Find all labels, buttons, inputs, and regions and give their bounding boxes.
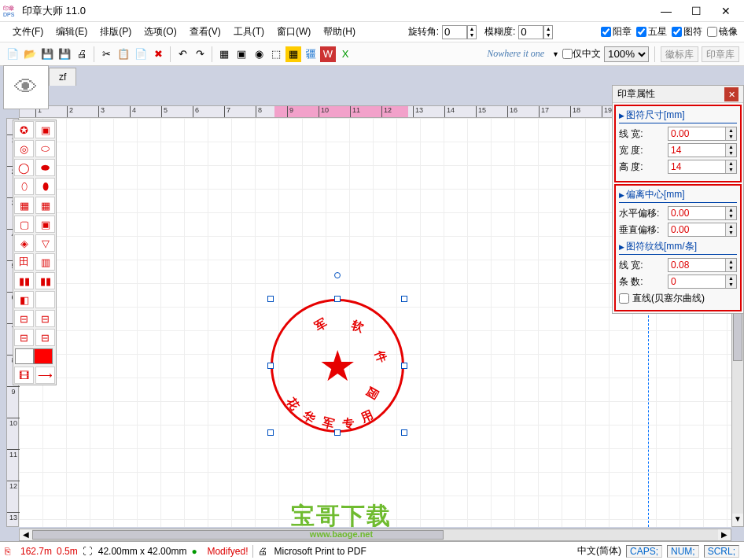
delete-icon[interactable]: ✖ <box>150 46 166 62</box>
linew-up[interactable]: ▲ <box>726 127 736 134</box>
hscroll-left-icon[interactable]: ◀ <box>20 529 32 540</box>
palette-rect-icon[interactable]: ▢ <box>14 216 34 233</box>
palette-empty-icon[interactable] <box>35 291 55 308</box>
palette-square-icon[interactable]: ▣ <box>35 121 55 138</box>
bezier-check[interactable]: 直线(贝塞尔曲线) <box>619 292 737 305</box>
width-up[interactable]: ▲ <box>726 144 736 150</box>
check-symbol[interactable]: 图符 <box>672 25 702 39</box>
palette-oval3-icon[interactable]: ⬬ <box>35 159 55 176</box>
undo-icon[interactable]: ↶ <box>175 46 190 62</box>
palette-oval2-icon[interactable]: ⬭ <box>35 140 55 157</box>
saveas-icon[interactable]: 💾 <box>57 46 72 62</box>
tool4-icon[interactable]: ⬚ <box>268 46 284 62</box>
palette-h4-icon[interactable]: ⊟ <box>35 329 55 346</box>
blur-down[interactable]: ▼ <box>544 32 552 39</box>
hscroll-right-icon[interactable]: ▶ <box>718 529 731 540</box>
palette-bars2-icon[interactable]: ▮▮ <box>35 272 55 289</box>
minimize-button[interactable]: — <box>651 1 681 21</box>
check-yang[interactable]: 阳章 <box>601 25 632 39</box>
palette-tian-icon[interactable]: 田 <box>14 253 34 271</box>
tool2-icon[interactable]: ▣ <box>234 46 249 62</box>
fit-icon[interactable]: ⛶ <box>83 546 94 557</box>
palette-film-icon[interactable]: 🎞 <box>14 367 34 384</box>
menu-view[interactable]: 查看(V) <box>183 23 227 41</box>
handle-se[interactable] <box>401 429 407 436</box>
handle-rot[interactable] <box>334 272 341 278</box>
save-icon[interactable]: 💾 <box>39 46 55 62</box>
palette-half-icon[interactable]: ◧ <box>14 291 34 308</box>
voff-down[interactable]: ▼ <box>726 230 736 236</box>
palette-arrow-icon[interactable]: ⟶ <box>35 367 55 384</box>
eye-preview-icon[interactable]: 👁 <box>3 65 49 109</box>
handle-w[interactable] <box>267 363 274 369</box>
new-icon[interactable]: 📄 <box>5 46 20 62</box>
plinew-down[interactable]: ▼ <box>726 265 736 271</box>
voff-up[interactable]: ▲ <box>726 223 736 230</box>
document-tab[interactable]: zf <box>49 68 76 86</box>
palette-circle-star-icon[interactable]: ✪ <box>14 121 34 138</box>
palette-h3-icon[interactable]: ⊟ <box>14 329 34 346</box>
plinew-input[interactable] <box>668 259 725 271</box>
handle-s[interactable] <box>334 429 341 436</box>
palette-grid2-icon[interactable]: ▦ <box>35 197 55 214</box>
menu-edit[interactable]: 编辑(E) <box>50 23 94 41</box>
redo-icon[interactable]: ↷ <box>192 46 208 62</box>
voff-input[interactable] <box>668 223 725 236</box>
menu-tools[interactable]: 工具(T) <box>227 23 271 41</box>
seal-object[interactable]: ★ 军 软 件 园 华 军 专 用 花 <box>271 299 404 433</box>
paste-icon[interactable]: 📄 <box>133 46 149 62</box>
copy-icon[interactable]: 📋 <box>116 46 131 62</box>
menu-options[interactable]: 选项(O) <box>138 23 182 41</box>
icon-library-button[interactable]: 徽标库 <box>661 46 698 62</box>
color-white-swatch[interactable] <box>15 348 34 364</box>
cut-icon[interactable]: ✂ <box>98 46 114 62</box>
blur-input[interactable] <box>518 25 543 39</box>
handle-nw[interactable] <box>267 296 274 302</box>
palette-h1-icon[interactable]: ⊟ <box>14 310 34 327</box>
hoff-up[interactable]: ▲ <box>726 207 736 213</box>
plinew-up[interactable]: ▲ <box>726 259 736 265</box>
palette-dcircle-icon[interactable]: ◎ <box>14 140 34 157</box>
tool6-icon[interactable]: 疆 <box>303 46 319 62</box>
rotate-up[interactable]: ▲ <box>468 26 476 32</box>
hoff-input[interactable] <box>668 207 725 219</box>
width-input[interactable] <box>668 144 725 157</box>
linew-input[interactable] <box>668 127 725 140</box>
width-down[interactable]: ▼ <box>726 150 736 157</box>
palette-rect2-icon[interactable]: ▣ <box>35 216 55 233</box>
close-button[interactable]: ✕ <box>711 1 741 21</box>
check-mirror[interactable]: 镜像 <box>707 25 738 39</box>
palette-bars-icon[interactable]: ▮▮ <box>14 272 34 289</box>
chinese-only-check[interactable]: 仅中文 <box>562 47 601 61</box>
font-sample[interactable]: Nowhere it one <box>482 48 549 60</box>
height-input[interactable] <box>668 160 725 173</box>
check-star[interactable]: 五星 <box>636 25 667 39</box>
palette-grid3-icon[interactable]: ▥ <box>35 253 55 271</box>
tool8-icon[interactable]: X <box>337 46 353 62</box>
open-icon[interactable]: 📂 <box>22 46 38 62</box>
font-dropdown-icon[interactable]: ▼ <box>552 50 559 58</box>
palette-oval4-icon[interactable]: ⬮ <box>35 178 55 195</box>
handle-sw[interactable] <box>267 429 274 436</box>
palette-grid-icon[interactable]: ▦ <box>14 197 34 214</box>
hoff-down[interactable]: ▼ <box>726 213 736 219</box>
palette-circle-icon[interactable]: ◯ <box>14 159 34 176</box>
color-red-swatch[interactable] <box>34 348 53 364</box>
menu-layout[interactable]: 排版(P) <box>94 23 138 41</box>
palette-diamond-icon[interactable]: ◈ <box>14 234 34 252</box>
print-icon[interactable]: 🖨 <box>74 46 90 62</box>
linew-down[interactable]: ▼ <box>726 134 736 140</box>
menu-window[interactable]: 窗口(W) <box>271 23 317 41</box>
height-up[interactable]: ▲ <box>726 160 736 167</box>
panel-close-icon[interactable]: ✕ <box>724 87 738 101</box>
tool5-icon[interactable]: ▦ <box>285 46 301 62</box>
blur-up[interactable]: ▲ <box>544 26 552 32</box>
menu-file[interactable]: 文件(F) <box>6 23 50 41</box>
zoom-select[interactable]: 100% <box>604 46 649 62</box>
tool3-icon[interactable]: ◉ <box>251 46 267 62</box>
seal-library-button[interactable]: 印章库 <box>702 46 739 62</box>
handle-n[interactable] <box>334 296 341 302</box>
tool1-icon[interactable]: ▦ <box>216 46 232 62</box>
vscroll-down-icon[interactable]: ▼ <box>732 514 743 526</box>
tool7-icon[interactable]: W <box>320 46 336 62</box>
